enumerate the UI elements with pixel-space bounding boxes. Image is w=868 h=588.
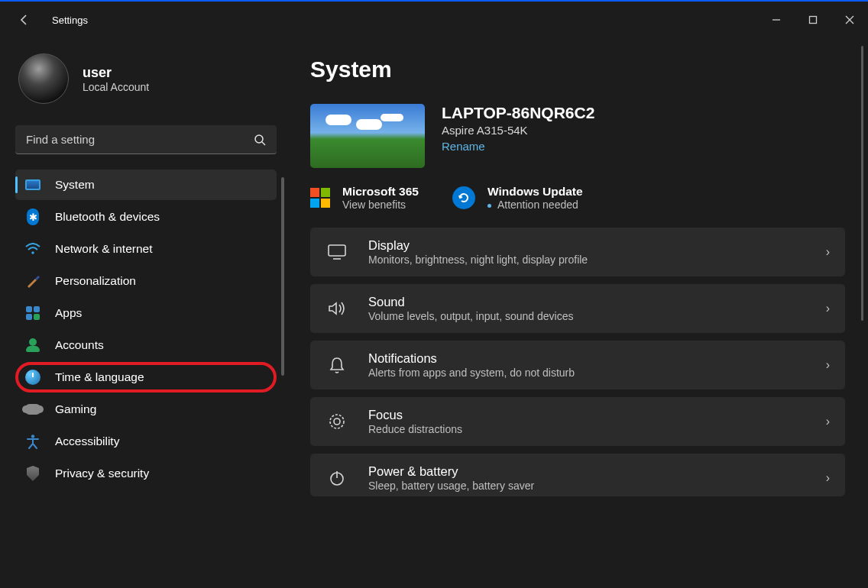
nav-apps[interactable]: Apps	[15, 298, 277, 328]
nav-label: System	[55, 178, 95, 192]
card-notifications[interactable]: Notifications Alerts from apps and syste…	[310, 341, 845, 389]
card-sub: Sleep, battery usage, battery saver	[368, 480, 806, 492]
card-sub: Monitors, brightness, night light, displ…	[368, 254, 806, 266]
display-icon	[326, 244, 348, 260]
card-title: Power & battery	[368, 464, 806, 479]
main-scrollbar[interactable]	[861, 46, 863, 321]
microsoft-logo-icon	[310, 188, 330, 208]
chevron-right-icon: ›	[826, 471, 830, 485]
profile-text: user Local Account	[83, 65, 149, 93]
tile-windows-update[interactable]: Windows Update Attention needed	[452, 185, 583, 211]
tile-title: Windows Update	[487, 185, 583, 199]
focus-icon	[326, 412, 348, 431]
minimize-button[interactable]	[758, 2, 795, 38]
nav-privacy[interactable]: Privacy & security	[15, 458, 277, 489]
card-display[interactable]: Display Monitors, brightness, night ligh…	[310, 228, 845, 276]
clock-globe-icon	[24, 369, 41, 386]
nav-time-language[interactable]: Time & language	[15, 362, 277, 393]
sidebar-scrollbar[interactable]	[281, 177, 284, 376]
nav-label: Gaming	[55, 402, 96, 416]
nav-accessibility[interactable]: Accessibility	[15, 426, 277, 457]
nav-personalization[interactable]: Personalization	[15, 266, 277, 296]
card-title: Focus	[368, 408, 806, 422]
nav-label: Network & internet	[55, 242, 153, 256]
nav-gaming[interactable]: Gaming	[15, 394, 277, 425]
nav-label: Apps	[55, 306, 82, 320]
power-icon	[326, 469, 348, 487]
svg-line-3	[262, 142, 265, 145]
avatar	[18, 53, 69, 104]
maximize-button[interactable]	[795, 2, 831, 38]
nav-label: Privacy & security	[55, 467, 149, 480]
close-button[interactable]	[831, 2, 868, 38]
card-title: Sound	[368, 295, 806, 309]
device-block: LAPTOP-86NQR6C2 Aspire A315-54K Rename	[310, 104, 845, 168]
app-title: Settings	[52, 15, 88, 26]
bell-icon	[326, 356, 348, 374]
nav-label: Bluetooth & devices	[55, 210, 160, 224]
device-name: LAPTOP-86NQR6C2	[442, 104, 594, 122]
back-button[interactable]	[15, 14, 34, 26]
gamepad-icon	[24, 401, 41, 418]
tile-sub: View benefits	[342, 199, 419, 211]
person-icon	[24, 337, 41, 354]
nav-label: Time & language	[55, 370, 144, 384]
card-sub: Reduce distractions	[368, 423, 806, 435]
card-focus[interactable]: Focus Reduce distractions ›	[310, 397, 845, 446]
profile-name: user	[83, 65, 149, 81]
apps-icon	[24, 305, 41, 321]
tile-title: Microsoft 365	[342, 185, 419, 199]
brush-icon	[24, 273, 41, 289]
main-panel: System LAPTOP-86NQR6C2 Aspire A315-54K R…	[290, 38, 868, 588]
card-title: Display	[368, 238, 806, 253]
device-wallpaper	[310, 104, 425, 168]
search-icon	[254, 134, 266, 146]
status-dot-icon	[487, 204, 491, 208]
svg-point-9	[334, 418, 340, 425]
sidebar: user Local Account System	[0, 38, 290, 588]
profile-block[interactable]: user Local Account	[15, 53, 284, 104]
nav-accounts[interactable]: Accounts	[15, 330, 277, 360]
update-icon	[452, 186, 475, 209]
card-sound[interactable]: Sound Volume levels, output, input, soun…	[310, 284, 845, 333]
card-sub: Volume levels, output, input, sound devi…	[368, 310, 806, 322]
card-power[interactable]: Power & battery Sleep, battery usage, ba…	[310, 454, 845, 496]
card-title: Notifications	[368, 351, 806, 366]
page-title: System	[310, 57, 845, 82]
search-box[interactable]	[15, 125, 277, 154]
nav-system[interactable]: System	[15, 170, 277, 200]
nav-list: System ✱ Bluetooth & devices Network & i…	[15, 170, 281, 489]
titlebar: Settings	[0, 2, 868, 38]
chevron-right-icon: ›	[826, 415, 830, 428]
device-model: Aspire A315-54K	[442, 124, 594, 137]
settings-cards: Display Monitors, brightness, night ligh…	[310, 228, 845, 496]
device-info: LAPTOP-86NQR6C2 Aspire A315-54K Rename	[442, 104, 594, 153]
card-sub: Alerts from apps and system, do not dist…	[368, 367, 806, 379]
rename-link[interactable]: Rename	[442, 140, 594, 153]
info-tiles: Microsoft 365 View benefits Windows Upda…	[310, 185, 845, 211]
settings-window: Settings user Local Account	[0, 0, 868, 588]
svg-rect-1	[810, 17, 817, 24]
nav-bluetooth[interactable]: ✱ Bluetooth & devices	[15, 202, 277, 232]
nav-network[interactable]: Network & internet	[15, 234, 277, 264]
monitor-icon	[24, 176, 41, 193]
shield-icon	[24, 465, 41, 482]
tile-microsoft365[interactable]: Microsoft 365 View benefits	[310, 185, 419, 211]
nav-label: Accessibility	[55, 435, 119, 448]
svg-point-2	[255, 135, 263, 143]
svg-point-4	[31, 251, 34, 254]
search-input[interactable]	[26, 133, 254, 146]
nav-label: Accounts	[55, 338, 104, 352]
bluetooth-icon: ✱	[24, 208, 41, 225]
tile-sub: Attention needed	[487, 199, 583, 211]
svg-point-8	[330, 415, 344, 428]
chevron-right-icon: ›	[826, 245, 830, 259]
wifi-icon	[24, 241, 41, 257]
nav-label: Personalization	[55, 274, 136, 288]
sound-icon	[326, 300, 348, 317]
chevron-right-icon: ›	[826, 302, 830, 315]
profile-account: Local Account	[83, 81, 149, 93]
window-controls	[758, 2, 868, 38]
chevron-right-icon: ›	[826, 358, 830, 372]
svg-point-5	[31, 435, 34, 438]
